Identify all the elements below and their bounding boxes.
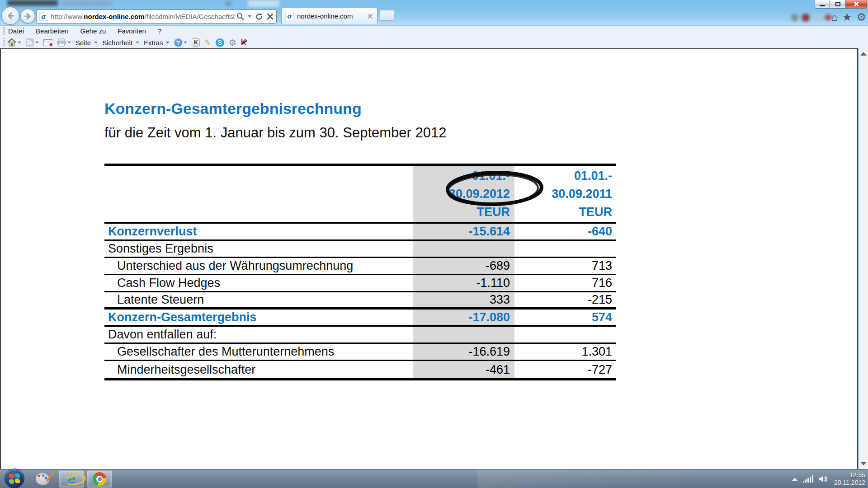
row-label: Gesellschafter des Mutterunternehmens xyxy=(104,345,413,359)
taskbar-chrome-button[interactable] xyxy=(87,470,112,488)
settings-gear-icon[interactable]: ⚙ xyxy=(856,12,866,23)
close-button[interactable] xyxy=(845,0,867,9)
dropdown-caret-icon xyxy=(184,42,187,43)
table-row: Unterschied aus der Währungsumrechnung-6… xyxy=(104,258,616,275)
value-2011: 1.301 xyxy=(514,345,616,359)
taskbar: e 12:55 20.11.2012 xyxy=(0,469,868,488)
row-label: Konzern-Gesamtergebnis xyxy=(104,310,413,324)
value-2011: -727 xyxy=(514,363,616,377)
value-2012: -17.080 xyxy=(413,310,514,324)
back-button[interactable] xyxy=(1,7,19,25)
seite-menu-button[interactable]: Seite xyxy=(75,39,98,47)
table-row: Davon entfallen auf: xyxy=(104,327,616,344)
seite-label: Seite xyxy=(75,39,91,47)
search-icon[interactable] xyxy=(236,13,244,20)
taskbar-ie-button[interactable]: e xyxy=(59,470,84,488)
back-arrow-icon xyxy=(7,12,14,19)
browser-tab[interactable]: σ nordex-online.com xyxy=(281,8,377,24)
help-button[interactable]: ? xyxy=(174,38,187,47)
menu-item-gehe-zu[interactable]: Gehe zu xyxy=(80,27,106,35)
browser-titlebar: σ http://www.nordex-online.com/fileadmin… xyxy=(0,0,868,25)
sicherheit-label: Sicherheit xyxy=(102,39,132,47)
home-icon[interactable]: ⌂ xyxy=(831,12,838,23)
value-2012: -1.110 xyxy=(413,276,514,290)
value-2012: -15.614 xyxy=(413,225,514,239)
tab-close-icon[interactable] xyxy=(367,13,373,19)
kaspersky-icon: K xyxy=(241,38,246,47)
value-2012: -16.619 xyxy=(413,345,514,359)
value-2011: 574 xyxy=(514,310,616,324)
addon-gear-button[interactable]: ⚙ xyxy=(229,38,236,47)
scroll-up-icon[interactable] xyxy=(860,52,867,56)
background-window-close-blur xyxy=(225,1,231,6)
glass-blur-icon xyxy=(791,14,798,21)
background-tab-blur xyxy=(248,0,279,7)
toolbar-grip[interactable] xyxy=(3,38,5,46)
background-window-fragment xyxy=(7,0,58,6)
volume-icon[interactable] xyxy=(819,475,829,483)
row-label: Latente Steuern xyxy=(104,293,413,307)
menu-item-bearbeiten[interactable]: Bearbeiten xyxy=(36,27,69,35)
tab-title: nordex-online.com xyxy=(297,12,367,20)
help-icon: ? xyxy=(174,38,182,47)
printer-icon xyxy=(57,38,66,47)
row-label: Unterschied aus der Währungsumrechnung xyxy=(104,259,413,273)
table-row: Konzern-Gesamtergebnis-17.080574 xyxy=(104,310,616,327)
dropdown-caret-icon xyxy=(166,42,170,43)
table-row: Latente Steuern333-215 xyxy=(104,292,616,310)
feed-button[interactable] xyxy=(26,38,39,47)
skype-icon: S xyxy=(216,38,224,47)
url-text[interactable]: http://www.nordex-online.com/fileadmin/M… xyxy=(51,13,235,20)
menu-item-favoriten[interactable]: Favoriten xyxy=(118,27,146,35)
row-label: Minderheitsgesellschafter xyxy=(104,363,413,377)
favorites-star-icon[interactable]: ★ xyxy=(842,12,852,23)
network-signal-icon[interactable] xyxy=(803,475,813,483)
address-dropdown-icon[interactable] xyxy=(248,15,251,18)
stop-icon[interactable] xyxy=(267,13,274,20)
addon-k-button[interactable]: K xyxy=(192,38,200,47)
background-window-title-blur xyxy=(62,1,112,5)
site-favicon: σ xyxy=(39,12,48,21)
refresh-icon[interactable] xyxy=(255,13,263,21)
k-badge-icon: K xyxy=(192,38,200,47)
kaspersky-button[interactable]: K xyxy=(241,38,246,47)
menu-item-?[interactable]: ? xyxy=(158,27,161,35)
glass-blur-icon xyxy=(813,14,821,21)
forward-button[interactable] xyxy=(20,9,35,23)
column-header-2012: 01.01.- 30.09.2012 TEUR xyxy=(413,166,514,222)
new-tab-button[interactable] xyxy=(380,10,394,21)
value-2012: -461 xyxy=(413,363,514,377)
extras-menu-button[interactable]: Extras xyxy=(144,39,170,47)
maximize-button[interactable] xyxy=(830,0,845,9)
print-button[interactable] xyxy=(57,38,71,47)
sicherheit-menu-button[interactable]: Sicherheit xyxy=(102,39,139,47)
tray-hidden-icons-button[interactable] xyxy=(792,478,797,481)
value-2012: -689 xyxy=(413,259,514,273)
address-bar[interactable]: σ http://www.nordex-online.com/fileadmin… xyxy=(36,9,277,23)
toolbar-grip[interactable] xyxy=(3,27,5,35)
table-header: 01.01.- 30.09.2012 TEUR 01.01.- 30.09.20… xyxy=(104,166,616,224)
taskbar-clock[interactable]: 12:55 20.11.2012 xyxy=(834,471,865,487)
row-label: Konzernverlust xyxy=(104,225,413,239)
document-subtitle: für die Zeit vom 1. Januar bis zum 30. S… xyxy=(104,125,446,141)
table-row: Konzernverlust-15.614-640 xyxy=(104,224,616,241)
mail-button[interactable] xyxy=(43,39,52,46)
internet-explorer-icon: e xyxy=(68,472,75,486)
scroll-down-icon[interactable] xyxy=(860,462,867,465)
page-content: Konzern-Gesamtergebnisrechnung für die Z… xyxy=(0,48,858,469)
addon-pen-button[interactable]: ✎ xyxy=(204,38,211,47)
home-colored-icon xyxy=(7,38,16,47)
gear-icon: ⚙ xyxy=(229,38,236,47)
skype-button[interactable]: S xyxy=(216,38,224,47)
home-button[interactable] xyxy=(7,38,21,47)
dropdown-caret-icon xyxy=(94,42,98,43)
command-bar: Seite Sicherheit Extras ? K ✎ S xyxy=(0,37,868,48)
desktop: σ http://www.nordex-online.com/fileadmin… xyxy=(0,0,868,488)
table-row: Minderheitsgesellschafter-461-727 xyxy=(104,361,616,378)
taskbar-paint-button[interactable] xyxy=(30,470,55,488)
minimize-button[interactable] xyxy=(815,0,830,9)
value-2011: 716 xyxy=(514,276,616,290)
menu-item-datei[interactable]: Datei xyxy=(8,27,24,35)
start-button[interactable] xyxy=(5,469,24,488)
vertical-scrollbar[interactable] xyxy=(859,48,868,469)
